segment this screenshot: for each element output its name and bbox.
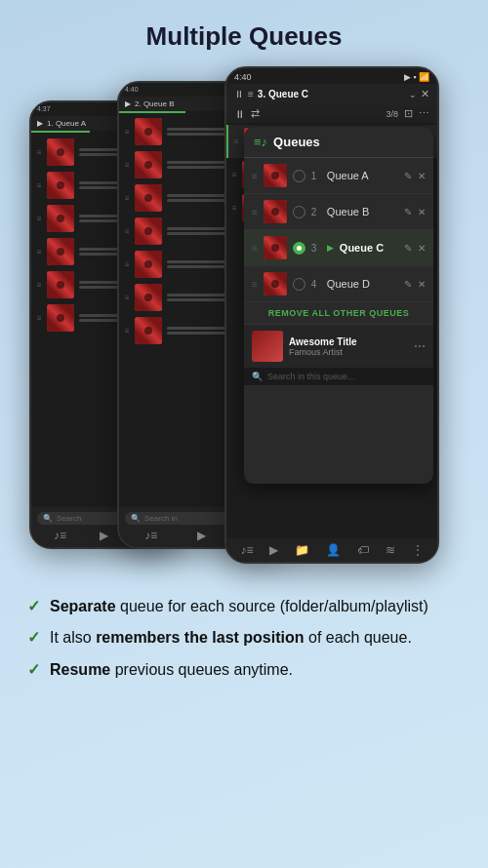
more-options-button[interactable]: ⋯ — [414, 339, 426, 353]
check-icon-2: ✓ — [27, 628, 40, 647]
queue-row-b[interactable]: ≡ 2 Queue B ✎ ✕ — [244, 194, 433, 230]
queue-row-a[interactable]: ≡ 1 Queue A ✎ ✕ — [244, 158, 433, 194]
feature-1: ✓ Separate queue for each source (folder… — [27, 596, 461, 617]
delete-queue-c[interactable]: ✕ — [418, 243, 426, 254]
folder-nav-icon[interactable]: 📁 — [295, 543, 309, 557]
feature-text-1: Separate queue for each source (folder/a… — [50, 596, 428, 617]
track-thumb — [135, 284, 162, 311]
queues-panel-header: ≡♪ Queues — [244, 127, 433, 158]
delete-queue-a[interactable]: ✕ — [418, 171, 426, 181]
queue-radio-b[interactable] — [293, 206, 305, 218]
feature-text-2: It also remembers the last position of e… — [50, 627, 412, 649]
track-thumb — [47, 238, 74, 265]
track-thumb — [135, 184, 162, 212]
search-icon: 🔍 — [252, 372, 263, 381]
feature-text-3: Resume previous queues anytime. — [50, 659, 293, 681]
now-playing-thumb — [252, 331, 283, 362]
edit-queue-b[interactable]: ✎ — [404, 207, 412, 217]
person-nav-icon[interactable]: 👤 — [326, 543, 341, 557]
queue-thumb-a — [264, 164, 287, 187]
queue-thumb-d — [264, 272, 287, 296]
queues-panel: ≡♪ Queues ≡ 1 Queue A ✎ ✕ ≡ 2 — [244, 127, 433, 484]
track-thumb — [47, 205, 74, 232]
queue-row-c[interactable]: ≡ 3 ▶ Queue C ✎ ✕ — [244, 230, 433, 266]
edit-queue-a[interactable]: ✎ — [404, 171, 412, 181]
track-thumb — [135, 251, 162, 278]
track-thumb — [47, 271, 74, 298]
edit-queue-c[interactable]: ✎ — [404, 243, 412, 254]
track-thumb — [135, 217, 162, 245]
bottom-nav-3: ♪≡ ▶ 📁 👤 🏷 ≋ ⋮ — [226, 538, 437, 562]
remove-all-queues-button[interactable]: REMOVE ALL OTHER QUEUES — [244, 302, 433, 325]
control-bar-3: ⏸ ⇄ 3/8 ⊡ ⋯ — [226, 104, 437, 123]
track-thumb — [47, 138, 74, 166]
play-nav-icon[interactable]: ▶ — [269, 543, 278, 557]
queue-radio-d[interactable] — [293, 278, 305, 291]
queue-thumb-b — [264, 200, 287, 223]
status-bar-3: 4:40 ▶ ▪ 📶 — [226, 68, 437, 84]
track-thumb — [47, 304, 74, 332]
track-thumb — [135, 118, 162, 145]
eq-nav-icon[interactable]: ≋ — [386, 543, 395, 557]
queue-thumb-c — [264, 236, 287, 259]
edit-queue-d[interactable]: ✎ — [404, 279, 412, 290]
queue-search-bar[interactable]: 🔍 Search in this queue... — [244, 368, 433, 385]
feature-2: ✓ It also remembers the last position of… — [27, 627, 461, 649]
features-list: ✓ Separate queue for each source (folder… — [0, 578, 488, 700]
queue-header-3: ⏸ ≡ 3. Queue C ⌄ ✕ — [226, 84, 437, 104]
track-thumb — [135, 317, 162, 344]
queue-radio-c[interactable] — [293, 242, 305, 255]
delete-queue-b[interactable]: ✕ — [418, 207, 426, 217]
check-icon-3: ✓ — [27, 660, 40, 679]
queue-radio-a[interactable] — [293, 170, 305, 182]
queue-row-d[interactable]: ≡ 4 Queue D ✎ ✕ — [244, 266, 433, 302]
track-thumb — [135, 151, 162, 178]
phone-front: 4:40 ▶ ▪ 📶 ⏸ ≡ 3. Queue C ⌄ ✕ ⏸ ⇄ 3/8 ⊡ … — [224, 66, 439, 564]
now-playing-bar: Awesome Title Famous Artist ⋯ — [244, 325, 433, 368]
feature-3: ✓ Resume previous queues anytime. — [27, 659, 461, 681]
delete-queue-d[interactable]: ✕ — [418, 279, 426, 290]
tag-nav-icon[interactable]: 🏷 — [357, 543, 369, 557]
phones-showcase: 4:37 ▶ ▶ 1. Queue A ≡ ≡ — [20, 61, 468, 578]
queue-icon: ≡♪ — [254, 135, 267, 149]
check-icon-1: ✓ — [27, 597, 40, 615]
more-nav-icon[interactable]: ⋮ — [412, 543, 424, 557]
track-thumb — [47, 172, 74, 199]
page-title: Multiple Queues — [0, 0, 488, 61]
queue-nav-icon[interactable]: ♪≡ — [240, 543, 253, 557]
